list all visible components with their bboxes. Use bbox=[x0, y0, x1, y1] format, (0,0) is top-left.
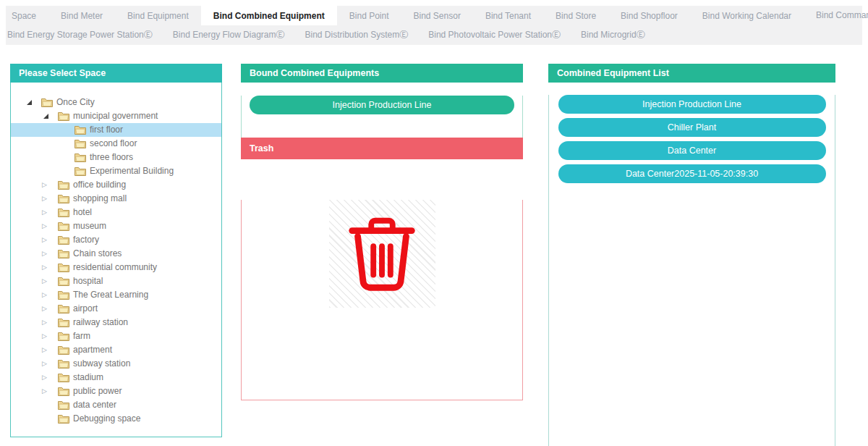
tree-node-label: airport bbox=[73, 302, 98, 316]
tree-node-shopping-mall[interactable]: ▷shopping mall bbox=[11, 192, 221, 206]
equipment-pill[interactable]: Injection Production Line bbox=[558, 95, 826, 114]
tree-node-first-floor[interactable]: first floor bbox=[11, 123, 221, 137]
folder-icon bbox=[58, 414, 69, 424]
tree-node-factory[interactable]: ▷factory bbox=[11, 233, 221, 247]
folder-icon bbox=[58, 318, 69, 327]
tab-bind-store[interactable]: Bind Store bbox=[543, 6, 608, 25]
tab-bind-energy-flow-diagrame[interactable]: Bind Energy Flow DiagramⒺ bbox=[163, 25, 295, 45]
tree-node-label: factory bbox=[73, 233, 99, 247]
trash-icon-background bbox=[329, 200, 435, 308]
tree-node-municipal-government[interactable]: municipal government bbox=[11, 109, 221, 123]
tree-node-label: farm bbox=[73, 329, 90, 343]
tree-node-hotel[interactable]: ▷hotel bbox=[11, 206, 221, 219]
tree-node-label: railway station bbox=[73, 316, 128, 329]
folder-icon bbox=[75, 139, 86, 148]
tab-bind-energy-storage-power-statione[interactable]: Bind Energy Storage Power StationⒺ bbox=[6, 25, 163, 45]
folder-icon bbox=[75, 167, 86, 176]
equipment-pill[interactable]: Data Center2025-11-05-20:39:30 bbox=[558, 164, 826, 183]
folder-icon bbox=[58, 290, 69, 300]
folder-icon bbox=[58, 222, 69, 231]
collapsed-arrow-icon[interactable]: ▷ bbox=[42, 388, 58, 395]
bound-equipments-header: Bound Combined Equipments bbox=[241, 64, 523, 83]
tab-row-secondary: Bind Energy Storage Power StationⒺBind E… bbox=[6, 25, 862, 45]
tab-bind-combined-equipment[interactable]: Bind Combined Equipment bbox=[201, 6, 337, 25]
folder-icon bbox=[58, 359, 69, 369]
tab-bind-shopfloor[interactable]: Bind Shopfloor bbox=[608, 6, 690, 25]
expanded-arrow-icon[interactable] bbox=[42, 114, 58, 119]
collapsed-arrow-icon[interactable]: ▷ bbox=[42, 264, 58, 271]
trash-icon bbox=[339, 211, 425, 297]
tree-node-once-city[interactable]: Once City bbox=[11, 96, 221, 109]
folder-icon bbox=[58, 345, 69, 355]
collapsed-arrow-icon[interactable]: ▷ bbox=[42, 195, 58, 202]
tree-node-label: stadium bbox=[73, 371, 103, 384]
bound-equipment-pill[interactable]: Injection Production Line bbox=[250, 96, 514, 114]
tree-node-stadium[interactable]: ▷stadium bbox=[11, 371, 221, 384]
space-tree: Once Citymunicipal governmentfirst floor… bbox=[11, 83, 221, 426]
bound-equipments-list: Injection Production Line bbox=[241, 96, 523, 141]
equipment-pill[interactable]: Chiller Plant bbox=[558, 118, 826, 137]
collapsed-arrow-icon[interactable]: ▷ bbox=[42, 347, 58, 353]
collapsed-arrow-icon[interactable]: ▷ bbox=[42, 278, 58, 285]
tree-node-subway-station[interactable]: ▷subway station bbox=[11, 357, 221, 371]
trash-drop-zone[interactable] bbox=[241, 200, 523, 400]
tree-node-debugging-space[interactable]: Debugging space bbox=[11, 412, 221, 426]
folder-icon bbox=[58, 400, 69, 410]
tree-node-hospital[interactable]: ▷hospital bbox=[11, 274, 221, 288]
collapsed-arrow-icon[interactable]: ▷ bbox=[42, 182, 58, 188]
collapsed-arrow-icon[interactable]: ▷ bbox=[42, 306, 58, 312]
collapsed-arrow-icon[interactable]: ▷ bbox=[42, 237, 58, 243]
tab-bind-point[interactable]: Bind Point bbox=[337, 6, 401, 25]
tab-bind-command-e[interactable]: Bind Command Ⓔ bbox=[804, 6, 868, 25]
tree-node-label: residential community bbox=[73, 261, 157, 274]
tree-node-office-building[interactable]: ▷office building bbox=[11, 178, 221, 192]
space-panel-title: Please Select Space bbox=[19, 68, 106, 78]
folder-icon bbox=[58, 263, 69, 272]
tree-node-chain-stores[interactable]: ▷Chain stores bbox=[11, 247, 221, 261]
tab-bind-meter[interactable]: Bind Meter bbox=[48, 6, 115, 25]
tree-node-public-power[interactable]: ▷public power bbox=[11, 384, 221, 398]
tree-node-label: hotel bbox=[73, 206, 92, 219]
tab-bind-microgride[interactable]: Bind MicrogridⒺ bbox=[571, 25, 655, 45]
tree-node-label: Experimental Building bbox=[90, 164, 174, 178]
tree-node-second-floor[interactable]: second floor bbox=[11, 137, 221, 151]
collapsed-arrow-icon[interactable]: ▷ bbox=[42, 209, 58, 216]
expanded-arrow-icon[interactable] bbox=[25, 100, 41, 105]
tree-node-residential-community[interactable]: ▷residential community bbox=[11, 261, 221, 274]
collapsed-arrow-icon[interactable]: ▷ bbox=[42, 333, 58, 340]
folder-icon bbox=[75, 125, 86, 135]
tree-node-label: museum bbox=[73, 219, 106, 233]
tree-node-railway-station[interactable]: ▷railway station bbox=[11, 316, 221, 329]
collapsed-arrow-icon[interactable]: ▷ bbox=[42, 223, 58, 230]
equipment-pill[interactable]: Data Center bbox=[558, 141, 826, 160]
tab-space[interactable]: Space bbox=[6, 6, 48, 25]
tab-bind-equipment[interactable]: Bind Equipment bbox=[115, 6, 201, 25]
tree-node-experimental-building[interactable]: Experimental Building bbox=[11, 164, 221, 178]
tree-node-data-center[interactable]: data center bbox=[11, 398, 221, 412]
equipment-list-panel: Combined Equipment List Injection Produc… bbox=[548, 64, 835, 446]
tree-node-the-great-learning[interactable]: ▷The Great Learning bbox=[11, 288, 221, 302]
collapsed-arrow-icon[interactable]: ▷ bbox=[42, 292, 58, 298]
tree-node-label: shopping mall bbox=[73, 192, 127, 206]
collapsed-arrow-icon[interactable]: ▷ bbox=[42, 374, 58, 381]
tree-node-label: data center bbox=[73, 398, 116, 412]
tab-bind-distribution-systeme[interactable]: Bind Distribution SystemⒺ bbox=[295, 25, 419, 45]
collapsed-arrow-icon[interactable]: ▷ bbox=[42, 251, 58, 257]
tree-node-museum[interactable]: ▷museum bbox=[11, 219, 221, 233]
tab-bind-sensor[interactable]: Bind Sensor bbox=[401, 6, 473, 25]
tree-node-three-floors[interactable]: three floors bbox=[11, 151, 221, 164]
tree-node-label: Chain stores bbox=[73, 247, 122, 261]
folder-icon bbox=[58, 208, 69, 217]
tab-bind-photovoltaic-power-statione[interactable]: Bind Photovoltaic Power StationⒺ bbox=[418, 25, 571, 45]
tree-node-label: public power bbox=[73, 384, 122, 398]
tab-bind-tenant[interactable]: Bind Tenant bbox=[473, 6, 543, 25]
tree-node-airport[interactable]: ▷airport bbox=[11, 302, 221, 316]
collapsed-arrow-icon[interactable]: ▷ bbox=[42, 361, 58, 367]
collapsed-arrow-icon[interactable]: ▷ bbox=[42, 319, 58, 326]
tree-node-label: second floor bbox=[90, 137, 137, 151]
tree-node-label: first floor bbox=[90, 123, 123, 137]
tree-node-apartment[interactable]: ▷apartment bbox=[11, 343, 221, 357]
tab-bind-working-calendar[interactable]: Bind Working Calendar bbox=[690, 6, 804, 25]
tree-node-farm[interactable]: ▷farm bbox=[11, 329, 221, 343]
tree-node-label: Once City bbox=[56, 96, 95, 109]
